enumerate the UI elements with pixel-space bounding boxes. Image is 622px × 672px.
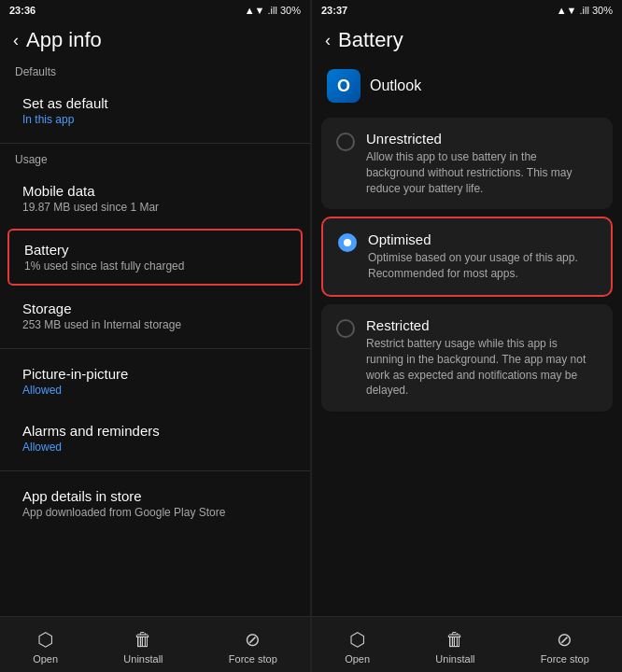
alarms-item[interactable]: Alarms and reminders Allowed [7, 412, 303, 465]
set-as-default-sub: In this app [22, 113, 288, 126]
app-details-sub: App downloaded from Google Play Store [22, 506, 288, 519]
force-stop-label: Force stop [229, 653, 277, 665]
left-force-stop-button[interactable]: ⊘ Force stop [218, 624, 289, 668]
right-open-icon: ⬡ [349, 628, 365, 651]
restricted-radio[interactable] [336, 319, 355, 338]
storage-item[interactable]: Storage 253 MB used in Internal storage [7, 289, 303, 343]
unrestricted-radio[interactable] [336, 133, 355, 151]
divider-3 [0, 470, 310, 471]
left-signal: ▲▼ .ill 30% [245, 5, 301, 16]
right-back-arrow[interactable]: ‹ [325, 31, 331, 50]
mobile-data-item[interactable]: Mobile data 19.87 MB used since 1 Mar [7, 172, 303, 225]
unrestricted-title: Unrestricted [366, 131, 598, 147]
right-time: 23:37 [321, 5, 347, 16]
unrestricted-content: Unrestricted Allow this app to use batte… [366, 131, 598, 196]
outlook-name: Outlook [370, 77, 421, 94]
battery-item[interactable]: Battery 1% used since last fully charged [7, 229, 303, 286]
restricted-content: Restricted Restrict battery usage while … [366, 317, 598, 399]
divider-1 [0, 143, 310, 144]
left-time: 23:36 [9, 5, 35, 16]
optimised-radio[interactable] [338, 233, 357, 252]
left-bottom-bar: ⬡ Open 🗑 Uninstall ⊘ Force stop [0, 616, 310, 672]
right-bottom-bar: ⬡ Open 🗑 Uninstall ⊘ Force stop [312, 616, 622, 672]
left-status-bar: 23:36 ▲▼ .ill 30% [0, 0, 310, 21]
unrestricted-desc: Allow this app to use battery in the bac… [366, 149, 598, 196]
right-open-button[interactable]: ⬡ Open [333, 624, 381, 668]
usage-section-label: Usage [0, 147, 310, 170]
right-force-stop-label: Force stop [541, 653, 589, 665]
right-panel: 23:37 ▲▼ .ill 30% ‹ Battery O Outlook Un… [311, 0, 622, 672]
right-uninstall-label: Uninstall [435, 653, 474, 665]
storage-title: Storage [22, 301, 288, 316]
optimised-title: Optimised [368, 231, 596, 247]
right-open-label: Open [345, 653, 370, 665]
open-icon: ⬡ [37, 628, 53, 651]
left-page-title: App info [26, 28, 102, 52]
alarms-title: Alarms and reminders [22, 423, 288, 439]
pip-item[interactable]: Picture-in-picture Allowed [7, 355, 303, 408]
left-panel: 23:36 ▲▼ .ill 30% ‹ App info Defaults Se… [0, 0, 311, 672]
right-page-title: Battery [338, 28, 403, 52]
outlook-row: O Outlook [312, 60, 622, 108]
right-uninstall-button[interactable]: 🗑 Uninstall [424, 625, 486, 668]
battery-sub: 1% used since last fully charged [24, 259, 286, 273]
optimised-option[interactable]: Optimised Optimise based on your usage o… [321, 217, 613, 297]
restricted-title: Restricted [366, 317, 598, 333]
force-stop-icon: ⊘ [245, 628, 261, 651]
uninstall-label: Uninstall [123, 653, 163, 665]
pip-title: Picture-in-picture [22, 366, 288, 382]
mobile-data-sub: 19.87 MB used since 1 Mar [22, 201, 288, 214]
right-force-stop-icon: ⊘ [557, 628, 573, 651]
alarms-sub: Allowed [22, 441, 288, 454]
right-signal: ▲▼ .ill 30% [557, 5, 613, 16]
left-open-button[interactable]: ⬡ Open [21, 624, 69, 668]
app-details-title: App details in store [22, 488, 288, 504]
battery-title: Battery [24, 242, 286, 258]
defaults-section-label: Defaults [0, 60, 310, 82]
pip-sub: Allowed [22, 384, 288, 397]
app-details-item[interactable]: App details in store App downloaded from… [7, 477, 303, 530]
right-header: ‹ Battery [312, 21, 622, 60]
set-as-default-item[interactable]: Set as default In this app [7, 84, 303, 137]
open-label: Open [33, 653, 58, 665]
storage-sub: 253 MB used in Internal storage [22, 318, 288, 331]
left-back-arrow[interactable]: ‹ [13, 31, 19, 50]
optimised-desc: Optimise based on your usage of this app… [368, 250, 596, 282]
uninstall-icon: 🗑 [134, 629, 152, 651]
right-status-bar: 23:37 ▲▼ .ill 30% [312, 0, 622, 21]
optimised-content: Optimised Optimise based on your usage o… [368, 231, 596, 282]
outlook-icon: O [327, 69, 360, 103]
divider-2 [0, 348, 310, 349]
restricted-option[interactable]: Restricted Restrict battery usage while … [321, 304, 613, 412]
right-uninstall-icon: 🗑 [445, 629, 464, 651]
left-header: ‹ App info [0, 21, 310, 60]
right-force-stop-button[interactable]: ⊘ Force stop [530, 624, 601, 668]
restricted-desc: Restrict battery usage while this app is… [366, 336, 598, 399]
mobile-data-title: Mobile data [22, 183, 288, 199]
left-uninstall-button[interactable]: 🗑 Uninstall [112, 625, 174, 668]
unrestricted-option[interactable]: Unrestricted Allow this app to use batte… [321, 118, 613, 209]
set-as-default-title: Set as default [22, 95, 288, 111]
